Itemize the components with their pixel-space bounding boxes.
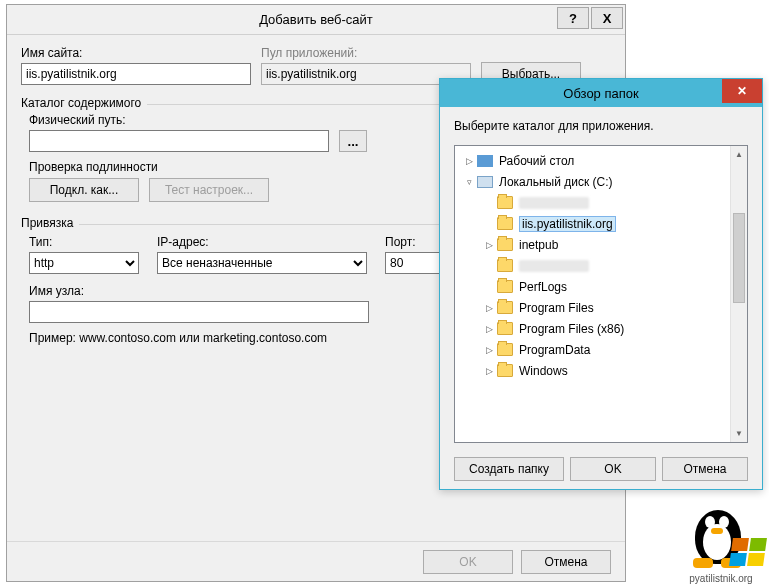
test-settings-button: Тест настроек... bbox=[149, 178, 269, 202]
tree-item[interactable]: ▷ bbox=[457, 192, 745, 213]
folder-tree[interactable]: ▷Рабочий стол▿Локальный диск (C:)▷▷iis.p… bbox=[454, 145, 748, 443]
tree-item-label: Program Files bbox=[519, 301, 594, 315]
tree-item-label: Windows bbox=[519, 364, 568, 378]
browse-ok-button[interactable]: OK bbox=[570, 457, 656, 481]
tree-item[interactable]: ▿Локальный диск (C:) bbox=[457, 171, 745, 192]
folder-icon bbox=[497, 238, 513, 251]
tree-item-label: Рабочий стол bbox=[499, 154, 574, 168]
scroll-up-button[interactable]: ▲ bbox=[731, 146, 747, 163]
ok-button: OK bbox=[423, 550, 513, 574]
content-group-label: Каталог содержимого bbox=[21, 96, 147, 110]
expand-toggle-icon[interactable]: ▷ bbox=[483, 365, 495, 377]
tree-item-label bbox=[519, 197, 589, 209]
cancel-button[interactable]: Отмена bbox=[521, 550, 611, 574]
browse-close-button[interactable]: ✕ bbox=[722, 79, 762, 103]
close-icon: ✕ bbox=[737, 84, 747, 98]
help-button[interactable]: ? bbox=[557, 7, 589, 29]
scroll-thumb[interactable] bbox=[733, 213, 745, 303]
tree-item[interactable]: ▷ProgramData bbox=[457, 339, 745, 360]
new-folder-button[interactable]: Создать папку bbox=[454, 457, 564, 481]
tree-item[interactable]: ▷Program Files bbox=[457, 297, 745, 318]
dialog-titlebar: Добавить веб-сайт ? X bbox=[7, 5, 625, 35]
tree-item-label: iis.pyatilistnik.org bbox=[519, 216, 616, 232]
tree-item[interactable]: ▷Program Files (x86) bbox=[457, 318, 745, 339]
tree-item[interactable]: ▷Рабочий стол bbox=[457, 150, 745, 171]
watermark-logo: pyatilistnik.org bbox=[675, 506, 767, 584]
tree-item-label: PerfLogs bbox=[519, 280, 567, 294]
drive-icon bbox=[477, 176, 493, 188]
browse-title: Обзор папок bbox=[440, 86, 762, 101]
folder-icon bbox=[497, 322, 513, 335]
tree-item-label: inetpub bbox=[519, 238, 558, 252]
expand-toggle-icon[interactable]: ▿ bbox=[463, 176, 475, 188]
expand-toggle-icon[interactable]: ▷ bbox=[483, 323, 495, 335]
browse-prompt: Выберите каталог для приложения. bbox=[454, 119, 748, 133]
expand-toggle-icon[interactable]: ▷ bbox=[483, 302, 495, 314]
tree-item-label: Program Files (x86) bbox=[519, 322, 624, 336]
sitename-input[interactable] bbox=[21, 63, 251, 85]
sitename-label: Имя сайта: bbox=[21, 46, 251, 60]
tree-scrollbar[interactable]: ▲ ▼ bbox=[730, 146, 747, 442]
tree-item-label: Локальный диск (C:) bbox=[499, 175, 613, 189]
close-button[interactable]: X bbox=[591, 7, 623, 29]
watermark-text: pyatilistnik.org bbox=[675, 573, 767, 584]
tree-item[interactable]: ▷iis.pyatilistnik.org bbox=[457, 213, 745, 234]
type-select[interactable]: http bbox=[29, 252, 139, 274]
tree-item-label bbox=[519, 260, 589, 272]
ip-select[interactable]: Все неназначенные bbox=[157, 252, 367, 274]
windows-flag-icon bbox=[729, 538, 767, 566]
browse-cancel-button[interactable]: Отмена bbox=[662, 457, 748, 481]
port-input[interactable] bbox=[385, 252, 445, 274]
apppool-label: Пул приложений: bbox=[261, 46, 471, 60]
physpath-input[interactable] bbox=[29, 130, 329, 152]
browse-titlebar: Обзор папок ✕ bbox=[440, 79, 762, 107]
port-label: Порт: bbox=[385, 235, 445, 249]
folder-icon bbox=[497, 301, 513, 314]
expand-toggle-icon[interactable]: ▷ bbox=[483, 239, 495, 251]
folder-icon bbox=[497, 343, 513, 356]
folder-icon bbox=[497, 364, 513, 377]
binding-group-label: Привязка bbox=[21, 216, 79, 230]
scroll-down-button[interactable]: ▼ bbox=[731, 425, 747, 442]
connect-as-button[interactable]: Подкл. как... bbox=[29, 178, 139, 202]
folder-icon bbox=[497, 217, 513, 230]
expand-toggle-icon[interactable]: ▷ bbox=[483, 344, 495, 356]
dialog-bottom-bar: OK Отмена bbox=[7, 541, 625, 581]
example-text: Пример: www.contoso.com или marketing.co… bbox=[29, 331, 327, 345]
folder-icon bbox=[497, 280, 513, 293]
expand-toggle-icon[interactable]: ▷ bbox=[463, 155, 475, 167]
dialog-title: Добавить веб-сайт bbox=[7, 12, 625, 27]
ip-label: IP-адрес: bbox=[157, 235, 367, 249]
tree-item[interactable]: ▷ bbox=[457, 255, 745, 276]
type-label: Тип: bbox=[29, 235, 139, 249]
browse-path-button[interactable]: ... bbox=[339, 130, 367, 152]
browse-folders-dialog: Обзор папок ✕ Выберите каталог для прило… bbox=[439, 78, 763, 490]
hostname-input[interactable] bbox=[29, 301, 369, 323]
folder-icon bbox=[497, 196, 513, 209]
tree-item[interactable]: ▷inetpub bbox=[457, 234, 745, 255]
tree-item[interactable]: ▷PerfLogs bbox=[457, 276, 745, 297]
desktop-icon bbox=[477, 155, 493, 167]
tree-item-label: ProgramData bbox=[519, 343, 590, 357]
tree-item[interactable]: ▷Windows bbox=[457, 360, 745, 381]
folder-icon bbox=[497, 259, 513, 272]
